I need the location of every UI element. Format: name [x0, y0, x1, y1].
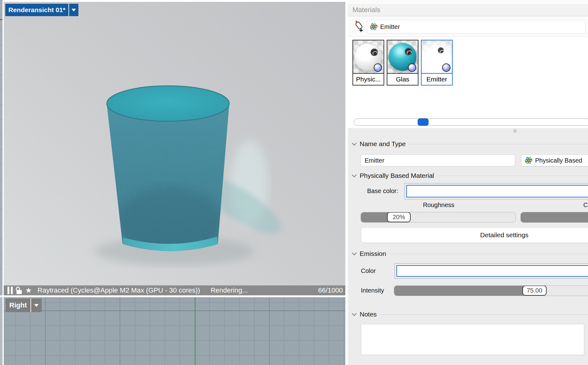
- section-header-pbm[interactable]: Physically Based Material: [348, 172, 588, 179]
- selected-material-label: Emitter: [380, 23, 400, 30]
- preview-size-slider-thumb[interactable]: [418, 118, 429, 126]
- intensity-slider-fill: [394, 286, 525, 296]
- emission-color-swatch[interactable]: [394, 263, 588, 279]
- y-axis-line: [195, 297, 196, 365]
- base-color-swatch-fill: [406, 185, 588, 197]
- render-viewport[interactable]: Renderansicht 01* ★ Raytraced (Cycles@Ap…: [4, 2, 345, 295]
- viewport-menu-button[interactable]: [31, 298, 42, 312]
- materials-panel-header: Materials: [348, 4, 588, 16]
- rhino-logo-badge: [438, 47, 444, 53]
- chevron-down-icon: [72, 9, 76, 12]
- detailed-settings-button[interactable]: Detailed settings: [361, 227, 588, 243]
- material-thumbnail-label: Emitter: [422, 73, 452, 85]
- section-title: Name and Type: [360, 140, 406, 148]
- chevron-down-icon: [352, 311, 357, 316]
- emission-color-swatch-fill: [396, 265, 588, 277]
- section-divider: [380, 314, 588, 315]
- add-material-button[interactable]: +: [353, 20, 366, 33]
- base-color-label: Base color:: [348, 187, 398, 195]
- grid-major-line-h: [4, 311, 345, 311]
- svg-text:+: +: [359, 26, 363, 33]
- render-engine-label: Raytraced (Cycles@Apple M2 Max (GPU - 30…: [38, 286, 200, 294]
- second-parameter-slider[interactable]: [520, 212, 588, 223]
- section-header-emission[interactable]: Emission: [348, 250, 588, 257]
- viewport-title-tab[interactable]: Right: [6, 298, 30, 312]
- adjacent-viewport-edge-bottom[interactable]: [0, 297, 2, 365]
- material-thumbnail-label: Physic...: [353, 73, 384, 85]
- material-thumbnail-emitter[interactable]: Emitter: [421, 40, 453, 85]
- rhino-logo-badge: [371, 49, 378, 56]
- materials-panel: Materials +: [348, 0, 588, 365]
- section-header-notes[interactable]: Notes: [348, 311, 588, 318]
- section-title: Notes: [360, 311, 377, 318]
- paint-plus-icon: +: [353, 20, 366, 33]
- viewport-title-bar: Renderansicht 01*: [5, 4, 78, 16]
- roughness-value-pill[interactable]: 20%: [387, 212, 411, 222]
- section-title: Physically Based Material: [360, 172, 434, 179]
- section-divider: [389, 254, 588, 254]
- atom-icon: [370, 23, 378, 31]
- section-divider: [437, 176, 588, 176]
- rhino-logo-badge: [405, 48, 412, 55]
- viewport-title-label: Right: [9, 301, 27, 309]
- adjacent-viewport-edge[interactable]: [0, 0, 2, 295]
- detailed-settings-label: Detailed settings: [480, 231, 528, 239]
- render-state-label: Rendering...: [211, 286, 248, 294]
- material-type-label: Physically Based: [535, 157, 582, 164]
- section-title: Emission: [360, 250, 386, 257]
- material-name-input[interactable]: [361, 155, 515, 166]
- viewport-title-tab[interactable]: Renderansicht 01*: [5, 4, 68, 16]
- preview-dot: [442, 63, 450, 72]
- section-divider: [409, 144, 588, 144]
- chevron-down-icon: [352, 251, 357, 256]
- preview-dot: [374, 63, 382, 72]
- adjacent-viewport-gridline: [0, 19, 2, 20]
- lock-icon[interactable]: [16, 287, 22, 294]
- grid-major-line-v: [45, 297, 45, 365]
- preview-dot: [408, 63, 416, 72]
- rhino-window: Renderansicht 01* ★ Raytraced (Cycles@Ap…: [0, 0, 588, 365]
- material-selector-combo[interactable]: Emitter: [367, 20, 586, 34]
- star-icon[interactable]: ★: [25, 287, 32, 294]
- material-thumbnail-label: Glas: [387, 73, 418, 85]
- chevron-down-icon: [352, 173, 357, 178]
- base-color-swatch[interactable]: [404, 183, 588, 199]
- intensity-label: Intensity: [361, 287, 384, 294]
- chevron-down-icon: [34, 304, 39, 307]
- panel-top-band: [348, 0, 588, 4]
- material-preview-sphere: [387, 40, 418, 74]
- intensity-value-pill[interactable]: 75.00: [522, 285, 547, 296]
- viewport-title-label: Renderansicht 01*: [8, 6, 65, 14]
- materials-panel-title: Materials: [352, 6, 380, 14]
- roughness-slider-fill: [361, 212, 390, 222]
- material-preview-sphere: [353, 40, 384, 74]
- panel-splitter-handle[interactable]: [513, 129, 517, 133]
- roughness-label: Roughness: [420, 201, 457, 209]
- materials-toolbar: + Emitter: [348, 16, 588, 37]
- pause-icon[interactable]: [7, 287, 13, 294]
- material-thumbnail-physically-based[interactable]: Physic...: [352, 40, 384, 85]
- notes-textarea[interactable]: [361, 324, 584, 355]
- raytraced-render-canvas: [4, 2, 345, 295]
- intensity-slider[interactable]: 75.00: [394, 285, 588, 296]
- chevron-down-icon: [352, 141, 357, 146]
- viewport-menu-button[interactable]: [69, 4, 78, 16]
- material-type-button[interactable]: Physically Based: [521, 155, 588, 166]
- render-status-bar: ★ Raytraced (Cycles@Apple M2 Max (GPU - …: [4, 285, 345, 295]
- material-preview-sphere: [422, 40, 452, 74]
- preview-size-slider[interactable]: [354, 118, 588, 126]
- roughness-slider[interactable]: 20%: [361, 212, 516, 223]
- atom-icon: [525, 156, 533, 164]
- right-viewport[interactable]: Right: [4, 297, 345, 365]
- material-thumbnail-glas[interactable]: Glas: [387, 40, 418, 85]
- grid-major-line-v: [269, 297, 269, 365]
- render-progress-counter: 66/1000: [318, 286, 343, 294]
- emission-color-label: Color: [361, 267, 376, 275]
- grid-major-line-v: [120, 297, 120, 365]
- viewport-title-bar: Right: [6, 298, 42, 312]
- truncated-label: C: [583, 201, 588, 209]
- section-header-name-and-type[interactable]: Name and Type: [348, 140, 588, 148]
